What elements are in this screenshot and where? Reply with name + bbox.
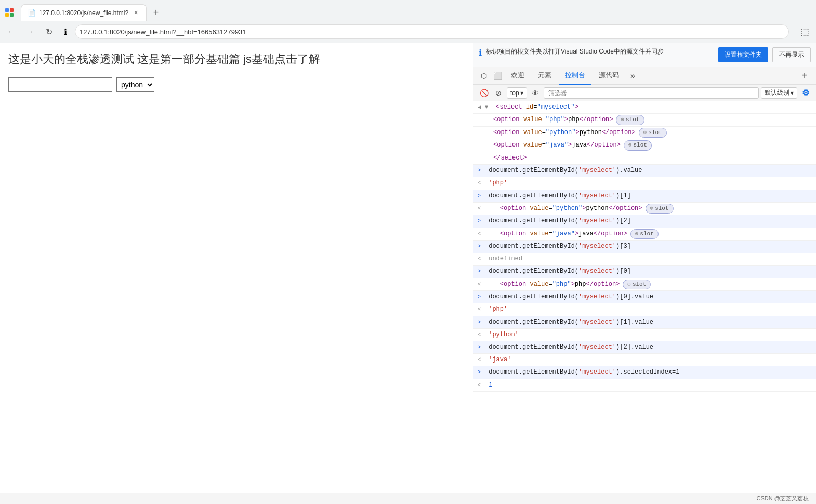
level-label: 默认级别 [765,88,789,97]
browser-logo-icon[interactable] [4,7,15,18]
arrow-spacer [486,116,493,124]
address-bar[interactable]: 127.0.0.1:8020/js/new_file.html?__hbt=16… [75,24,789,39]
console-cmd: document.getElementById('myselect').valu… [485,166,642,176]
result-arrow: < [478,381,485,390]
page-content: 这是小天的全栈渗透测试 这是第一部分基础篇 js基础点击了解 php pytho… [0,43,473,493]
console-cmd: document.getElementById('myselect')[2] [485,216,631,226]
console-cmd: document.getElementById('myselect')[0] [485,267,631,276]
text-input[interactable] [8,77,112,92]
result-arrow: < [478,281,485,289]
clear-console-icon[interactable]: 🚫 [478,87,490,99]
add-tab-button[interactable]: + [797,67,812,85]
console-row: > document.getElementById('myselect')[0]… [473,291,816,303]
main-content: 这是小天的全栈渗透测试 这是第一部分基础篇 js基础点击了解 php pytho… [0,43,816,493]
tab-sources-label: 源代码 [599,71,619,80]
console-row: </select> [473,152,816,165]
tab-label: 127.0.0.1:8020/js/new_file.html? [39,9,128,17]
slot-badge: slot [646,204,674,214]
active-tab[interactable]: 📄 127.0.0.1:8020/js/new_file.html? ✕ [21,4,147,21]
address-bar-row: ← → ↻ ℹ 127.0.0.1:8020/js/new_file.html?… [0,21,816,43]
console-row: < 'java' [473,354,816,366]
console-row: > document.getElementById('myselect')[1] [473,190,816,203]
console-row: < undefined [473,253,816,266]
console-row: > document.getElementById('myselect')[0] [473,266,816,278]
console-result: <option value="python">python</option> [485,204,642,214]
console-row: > document.getElementById('myselect')[1]… [473,316,816,329]
devtools-tabs: ⬡ ⬜ 欢迎 元素 控制台 源代码 » + [473,67,816,85]
address-text: 127.0.0.1:8020/js/new_file.html?__hbt=16… [80,28,782,36]
tab-bar: 📄 127.0.0.1:8020/js/new_file.html? ✕ + [0,0,816,21]
console-html: <select id="myselect"> [492,102,578,112]
select-input[interactable]: php python java [116,77,154,92]
slot-badge: slot [624,140,652,151]
cmd-arrow: > [478,217,485,226]
reload-button[interactable]: ↻ [42,24,56,39]
console-row: < 'php' [473,303,816,316]
tab-welcome[interactable]: 欢迎 [505,67,531,85]
console-row: < <option value="php">php</option> slot [473,278,816,291]
dismiss-button[interactable]: 不再显示 [772,47,811,62]
tab-close-button[interactable]: ✕ [131,9,140,17]
collapse-icon[interactable]: ▼ [485,103,492,112]
console-html: <option value="java">java</option> [493,140,621,150]
filter-input[interactable] [544,87,759,99]
cmd-arrow: > [478,293,485,301]
console-row: <option value="java">java</option> slot [473,139,816,152]
level-dropdown[interactable]: 默认级别 ▾ [761,87,797,99]
console-row: < 1 [473,379,816,392]
page-title-text: 这是小天的全栈渗透测试 这是第一部分基础篇 js基础点击了解 [8,52,320,65]
console-html: </select> [493,153,527,163]
info-buttons: 设置根文件夹 不再显示 [718,47,811,62]
set-root-button[interactable]: 设置根文件夹 [718,47,768,62]
console-html: <option value="python">python</option> [493,128,636,138]
eye-icon[interactable]: 👁 [529,87,542,99]
console-row: > document.getElementById('myselect')[2]… [473,341,816,354]
result-arrow: < [478,230,485,238]
more-settings-icon[interactable]: ⚙ [799,87,812,99]
input-row: php python java [8,77,465,92]
forward-button[interactable]: → [23,24,37,39]
console-result: 'python' [485,330,519,340]
cmd-arrow: > [478,368,485,377]
result-arrow: < [478,255,485,263]
cmd-arrow: > [478,319,485,327]
tab-welcome-label: 欢迎 [511,71,524,80]
footer-text: CSDN @芝芝又荔枝_ [756,495,812,502]
expand-icon[interactable]: ◀ [478,103,485,112]
cmd-arrow: > [478,192,485,201]
new-tab-button[interactable]: + [149,5,163,20]
top-dropdown-arrow: ▾ [520,89,523,97]
console-cmd: document.getElementById('myselect').sele… [485,367,679,377]
inspect-element-icon[interactable]: ⬡ [478,70,490,82]
arrow-spacer [486,141,493,150]
top-dropdown[interactable]: top ▾ [507,87,527,99]
device-toolbar-icon[interactable]: ⬜ [491,70,504,82]
back-button[interactable]: ← [4,24,19,39]
console-row: <option value="python">python</option> s… [473,127,816,140]
console-result: <option value="php">php</option> [485,280,620,289]
console-row: > document.getElementById('myselect').va… [473,165,816,177]
result-arrow: < [478,356,485,364]
security-icon[interactable]: ℹ [60,26,71,37]
console-result: 'java' [485,355,511,365]
arrow-spacer [486,154,493,163]
slot-badge: slot [623,280,651,290]
tab-sources[interactable]: 源代码 [593,67,625,85]
tab-elements[interactable]: 元素 [532,67,558,85]
console-cmd: document.getElementById('myselect')[1].v… [485,317,653,327]
result-arrow: < [478,179,485,188]
tab-favicon: 📄 [28,9,36,17]
svg-rect-3 [10,13,14,17]
tab-console[interactable]: 控制台 [559,67,591,85]
extensions-icon[interactable]: ⬚ [797,24,812,39]
more-tabs-button[interactable]: » [626,67,639,85]
console-row: < 'php' [473,177,816,190]
console-output: ◀ ▼ <select id="myselect"> <option value… [473,101,816,493]
console-row: <option value="php">php</option> slot [473,114,816,127]
console-result: 'php' [485,304,507,314]
slot-badge: slot [639,128,667,138]
console-result: 'php' [485,178,507,188]
settings-icon[interactable]: ⊘ [492,87,505,99]
console-result: <option value="java">java</option> [485,229,627,239]
slot-badge: slot [616,115,644,125]
